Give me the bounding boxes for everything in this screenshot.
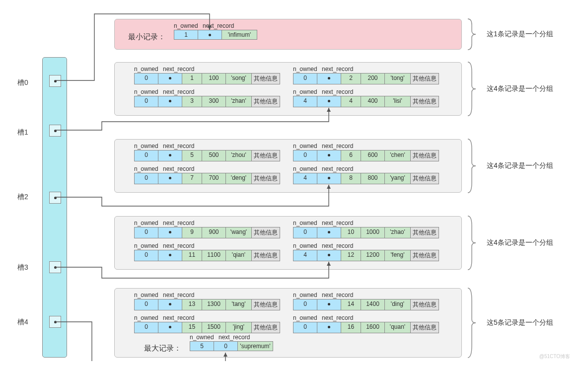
record-infimum: n_ownednext_record 1 'infimum' [174, 22, 257, 40]
record-10: n_ownednext_record 0 10 1000 'zhao' 其他信息 [293, 220, 439, 238]
pointer-cell [198, 30, 222, 39]
slot-label-3: 槽3 [17, 263, 28, 272]
infimum-label: 最小记录： [128, 32, 165, 42]
record-2: n_ownednext_record 0 2 200 'tong' 其他信息 [293, 66, 439, 84]
record-5: n_ownednext_record 0 5 500 'zhou' 其他信息 [134, 143, 280, 161]
record-11: n_ownednext_record 0 11 1100 'qian' 其他信息 [134, 242, 280, 261]
watermark: @51CTO博客 [539, 353, 570, 360]
group-label-2: 这4条记录是一个分组 [487, 161, 553, 170]
record-15: n_ownednext_record 0 15 1500 'jing' 其他信息 [134, 314, 280, 333]
slot-label-2: 槽2 [17, 193, 28, 202]
record-1: n_ownednext_record 0 1 100 'song' 其他信息 [134, 66, 280, 84]
record-4: n_ownednext_record 4 4 400 'lisi' 其他信息 [293, 88, 439, 107]
record-12: n_ownednext_record 4 12 1200 'feng' 其他信息 [293, 242, 439, 261]
group-label-0: 这1条记录是一个分组 [487, 30, 553, 39]
slot-4 [49, 316, 61, 328]
supremum-label: 最大记录： [144, 344, 181, 353]
group-label-4: 这5条记录是一个分组 [487, 318, 553, 327]
record-7: n_ownednext_record 0 7 700 'deng' 其他信息 [134, 165, 280, 184]
slot-directory [42, 57, 67, 358]
slot-0 [49, 75, 61, 87]
slot-label-4: 槽4 [17, 318, 28, 327]
record-13: n_ownednext_record 0 13 1300 'tang' 其他信息 [134, 292, 280, 310]
record-16: n_ownednext_record 0 16 1600 'quan' 其他信息 [293, 314, 439, 333]
record-9: n_ownednext_record 0 9 900 'wang' 其他信息 [134, 220, 280, 238]
group-infimum [114, 19, 462, 50]
record-supremum: n_ownednext_record 5 0 'supremum' [190, 334, 273, 351]
record-3: n_ownednext_record 0 3 300 'zhan' 其他信息 [134, 88, 280, 107]
slot-1 [49, 125, 61, 137]
record-6: n_ownednext_record 0 6 600 'chen' 其他信息 [293, 143, 439, 161]
record-14: n_ownednext_record 0 14 1400 'ding' 其他信息 [293, 292, 439, 310]
record-8: n_ownednext_record 4 8 800 'yang' 其他信息 [293, 165, 439, 184]
slot-2 [49, 192, 61, 204]
slot-label-0: 槽0 [17, 78, 28, 87]
group-label-3: 这4条记录是一个分组 [487, 238, 553, 247]
group-label-1: 这4条记录是一个分组 [487, 84, 553, 93]
slot-3 [49, 261, 61, 273]
slot-label-1: 槽1 [17, 128, 28, 137]
